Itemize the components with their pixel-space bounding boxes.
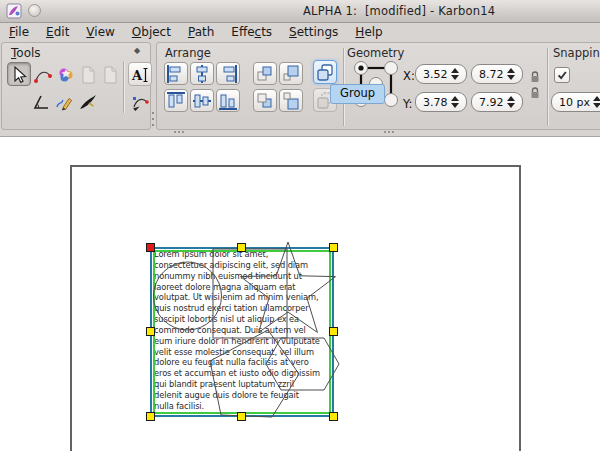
menu-item[interactable]: Effects xyxy=(231,25,272,39)
lower-icon xyxy=(254,91,276,111)
text-tool-icon: A xyxy=(129,64,151,86)
lock-ratio-icon-2[interactable] xyxy=(529,86,541,101)
selection-handle-top-middle[interactable] xyxy=(237,243,246,252)
curve-icon xyxy=(32,64,54,86)
selection-handles xyxy=(150,247,334,417)
menu-item[interactable]: File xyxy=(9,25,29,39)
menu-item[interactable]: Path xyxy=(188,25,214,39)
raise-icon xyxy=(254,64,276,84)
path-edit-tool-button[interactable] xyxy=(128,89,152,113)
tools-separator xyxy=(123,61,125,113)
curve-tool-button[interactable] xyxy=(31,62,55,86)
bring-to-front-icon xyxy=(280,64,302,84)
pencil-tool-button[interactable] xyxy=(52,89,76,113)
lower-button[interactable] xyxy=(253,89,277,112)
align-center-vertical-button[interactable] xyxy=(190,62,214,85)
height-spinbox[interactable]: 7.92 xyxy=(471,92,523,112)
align-right-icon xyxy=(217,64,239,84)
page-icon-2 xyxy=(99,64,121,86)
app-window: { "window": { "title": "ALPHA 1:\u00a0 [… xyxy=(0,0,600,451)
width-spinbox[interactable]: 8.72 xyxy=(471,64,523,84)
spinner-arrows-icon[interactable] xyxy=(449,96,466,108)
align-left-icon xyxy=(165,64,187,84)
menu-item[interactable]: Object xyxy=(132,25,171,39)
checkmark-icon xyxy=(556,69,568,81)
group-tooltip: Group xyxy=(330,84,385,104)
toolbar-grip-dots[interactable] xyxy=(174,131,176,133)
tools-docker-title: Tools xyxy=(11,46,41,60)
calligraphy-tool-button[interactable] xyxy=(76,89,100,113)
toolbar-area: Tools ◆ xyxy=(0,40,600,137)
align-top-icon xyxy=(165,91,187,111)
spinner-arrows-icon[interactable] xyxy=(591,96,600,108)
menu-item[interactable]: Edit xyxy=(46,25,69,39)
calligraphy-icon xyxy=(77,91,99,113)
pin-button[interactable] xyxy=(28,4,41,17)
x-position-spinbox[interactable]: 3.52 xyxy=(415,64,467,84)
menu-item[interactable]: Help xyxy=(355,25,382,39)
spinner-arrows-icon[interactable] xyxy=(449,68,466,80)
align-bottom-button[interactable] xyxy=(216,89,240,112)
snap-distance-value: 10 px xyxy=(552,96,591,109)
bring-to-front-button[interactable] xyxy=(279,62,303,85)
snapping-section-label: Snapping xyxy=(553,46,600,60)
spinner-arrows-icon[interactable] xyxy=(505,96,522,108)
selection-handle-top-left[interactable] xyxy=(146,243,155,252)
raise-button[interactable] xyxy=(253,62,277,85)
menu-item[interactable]: Settings xyxy=(289,25,338,39)
polyline-icon xyxy=(30,91,52,113)
page-tool-button-2[interactable] xyxy=(98,62,122,86)
page-icon xyxy=(77,64,99,86)
align-center-horizontal-button[interactable] xyxy=(190,89,214,112)
star-pattern-tool-button[interactable] xyxy=(54,62,78,86)
toolbar-grip-dots-2[interactable] xyxy=(384,131,386,133)
spinner-arrows-icon[interactable] xyxy=(505,68,522,80)
page-tool-button[interactable] xyxy=(76,62,100,86)
x-label: X: xyxy=(403,69,415,83)
window-title: ALPHA 1: [modified] - Karbon14 xyxy=(303,4,495,18)
align-top-button[interactable] xyxy=(164,89,188,112)
align-bottom-icon xyxy=(217,91,239,111)
group-button[interactable] xyxy=(313,60,337,84)
y-position-spinbox[interactable]: 3.78 xyxy=(415,92,467,112)
align-center-vertical-icon xyxy=(191,64,213,84)
geometry-snapping-separator xyxy=(547,48,549,126)
select-tool-button[interactable] xyxy=(7,62,31,86)
menu-item[interactable]: View xyxy=(86,25,114,39)
width-value: 8.72 xyxy=(472,68,505,81)
align-left-button[interactable] xyxy=(164,62,188,85)
anchor-selected-dot xyxy=(358,65,363,70)
tools-docker: Tools ◆ xyxy=(1,42,151,130)
y-position-value: 3.78 xyxy=(416,96,449,109)
group-icon xyxy=(314,62,336,84)
selection-handle-middle-right[interactable] xyxy=(329,327,338,336)
height-value: 7.92 xyxy=(472,96,505,109)
lock-ratio-icon[interactable] xyxy=(529,70,541,85)
snap-distance-spinbox[interactable]: 10 px xyxy=(551,92,600,112)
selection-handle-top-right[interactable] xyxy=(329,243,338,252)
canvas[interactable]: Lorem ipsum dolor sit amet, consectetuer… xyxy=(0,137,600,451)
path-edit-icon xyxy=(129,91,151,113)
align-center-horizontal-icon xyxy=(191,91,213,111)
selection-handle-bottom-middle[interactable] xyxy=(237,412,246,421)
selection-handle-middle-left[interactable] xyxy=(146,327,155,336)
text-tool-button[interactable]: A xyxy=(128,62,152,86)
collapse-diamond-icon[interactable]: ◆ xyxy=(134,46,140,55)
x-position-value: 3.52 xyxy=(416,68,449,81)
selection-handle-bottom-right[interactable] xyxy=(329,412,338,421)
snapping-checkbox[interactable] xyxy=(554,67,570,83)
polyline-tool-button[interactable] xyxy=(29,89,53,113)
align-right-button[interactable] xyxy=(216,62,240,85)
pencil-icon xyxy=(53,91,75,113)
menubar: File Edit View Object Path Effects Setti… xyxy=(0,23,600,40)
select-arrow-icon xyxy=(8,64,30,86)
send-to-back-button[interactable] xyxy=(279,89,303,112)
docker-resize-grip[interactable] xyxy=(152,112,154,114)
star-pattern-icon xyxy=(55,64,77,86)
y-label: Y: xyxy=(403,97,412,111)
titlebar[interactable]: ALPHA 1: [modified] - Karbon14 xyxy=(0,0,600,23)
selection-handle-bottom-left[interactable] xyxy=(146,412,155,421)
karbon-app-icon xyxy=(6,3,22,19)
svg-text:A: A xyxy=(131,68,143,83)
send-to-back-icon xyxy=(280,91,302,111)
